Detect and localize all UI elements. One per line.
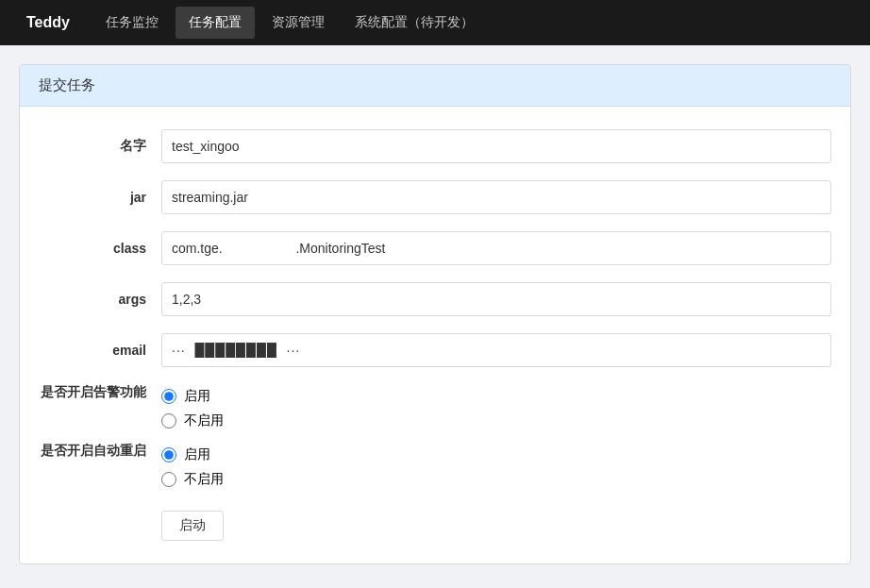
restart-options: 启用 不启用 (161, 443, 224, 488)
restart-row: 是否开启自动重启 启用 不启用 (39, 443, 831, 488)
restart-disable-option[interactable]: 不启用 (161, 471, 224, 488)
alert-enable-radio[interactable] (161, 389, 176, 404)
main-content: 提交任务 名字 jar class args (0, 45, 870, 583)
email-row: email (39, 333, 831, 367)
form-card-body: 名字 jar class args email (20, 107, 850, 563)
alert-disable-label: 不启用 (184, 412, 224, 429)
restart-enable-option[interactable]: 启用 (161, 446, 224, 463)
alert-disable-radio[interactable] (161, 413, 176, 428)
alert-disable-option[interactable]: 不启用 (161, 412, 224, 429)
restart-label: 是否开启自动重启 (39, 443, 161, 460)
nav-task-monitor[interactable]: 任务监控 (92, 7, 172, 39)
class-label: class (39, 241, 161, 256)
nav-task-config[interactable]: 任务配置 (176, 7, 255, 39)
form-card: 提交任务 名字 jar class args (19, 64, 851, 564)
class-row: class (39, 231, 831, 265)
args-input[interactable] (161, 282, 831, 316)
args-label: args (39, 292, 161, 307)
restart-disable-label: 不启用 (184, 471, 224, 488)
navbar: Teddy 任务监控 任务配置 资源管理 系统配置（待开发） (0, 0, 870, 45)
alert-enable-label: 启用 (184, 388, 210, 405)
nav-resource-manage[interactable]: 资源管理 (259, 7, 338, 39)
nav-system-config[interactable]: 系统配置（待开发） (342, 7, 487, 39)
class-input[interactable] (161, 231, 831, 265)
name-input[interactable] (161, 129, 831, 163)
alert-label: 是否开启告警功能 (39, 384, 161, 401)
restart-enable-radio[interactable] (161, 447, 176, 462)
jar-row: jar (39, 180, 831, 214)
email-input[interactable] (161, 333, 831, 367)
submit-row: 启动 (39, 501, 831, 541)
form-card-header: 提交任务 (20, 65, 850, 107)
args-row: args (39, 282, 831, 316)
alert-row: 是否开启告警功能 启用 不启用 (39, 384, 831, 429)
alert-options: 启用 不启用 (161, 384, 224, 429)
alert-enable-option[interactable]: 启用 (161, 388, 224, 405)
nav-brand: Teddy (15, 14, 81, 31)
name-row: 名字 (39, 129, 831, 163)
name-label: 名字 (39, 138, 161, 155)
submit-button[interactable]: 启动 (161, 511, 224, 541)
jar-input[interactable] (161, 180, 831, 214)
jar-label: jar (39, 190, 161, 205)
email-label: email (39, 343, 161, 358)
restart-disable-radio[interactable] (161, 472, 176, 487)
restart-enable-label: 启用 (184, 446, 210, 463)
